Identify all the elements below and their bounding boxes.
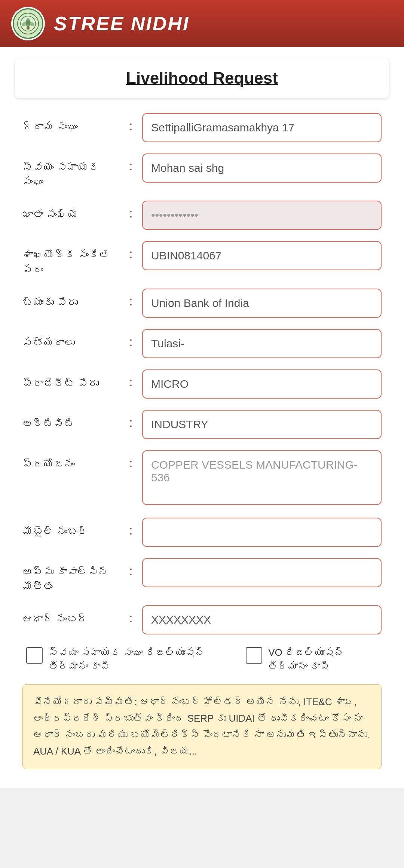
input-col-11: [142, 605, 382, 634]
input-bank-peru[interactable]: [142, 289, 382, 318]
input-col-3: [142, 241, 382, 270]
input-mobile-number[interactable]: [142, 518, 382, 547]
colon-3: :: [123, 241, 138, 261]
livelihood-form: గ్రామ సంఘం : స్వయం సహాయక సంఘం : ఖాతా సంఖ…: [15, 113, 389, 769]
app-header: STREE NIDHI: [0, 0, 404, 47]
page-title-box: Livelihood Request: [15, 58, 389, 98]
colon-2: :: [123, 201, 138, 220]
input-prayojanam[interactable]: COPPER VESSELS MANUFACTURING-536: [142, 450, 382, 505]
input-activity[interactable]: [142, 410, 382, 439]
input-sabhyaralu[interactable]: [142, 329, 382, 358]
input-appsu-kavalasina[interactable]: [142, 558, 382, 587]
input-col-1: [142, 153, 382, 183]
colon-10: :: [123, 558, 138, 578]
label-sakha-sanketa: శాఖయొక్క సంకేత పదం: [22, 241, 120, 277]
input-col-6: [142, 369, 382, 399]
form-row-prayojanam: ప్రయోజనం : COPPER VESSELS MANUFACTURING-…: [22, 450, 382, 506]
form-row-khata-sankhya: ఖాతా సంఖ్య :: [22, 201, 382, 230]
form-row-mobile-number: మొబైల్ నంబర్ :: [22, 518, 382, 547]
checkbox-label-1: స్వయం సహాయక సంఘం రిజల్యూషన్ తీర్మానం కాప…: [49, 646, 223, 673]
input-col-9: [142, 518, 382, 547]
input-aadhar-number[interactable]: [142, 605, 382, 634]
label-activity: అక్టివిటి: [22, 410, 120, 431]
form-row-sakha-sanketa: శాఖయొక్క సంకేత పదం :: [22, 241, 382, 277]
form-row-project-peru: ప్రాజెక్ట్ పేరు :: [22, 369, 382, 399]
colon-7: :: [123, 410, 138, 430]
form-row-swayam-sahayaka: స్వయం సహాయక సంఘం :: [22, 153, 382, 189]
checkbox-item-2: VO రిజల్యూషన్ తీర్మానం కాపీ: [246, 646, 378, 673]
input-project-peru[interactable]: [142, 369, 382, 399]
label-aadhar-number: ఆధార్ నంబర్: [22, 605, 120, 627]
input-col-2: [142, 201, 382, 230]
checkbox-section: స్వయం సహాయక సంఘం రిజల్యూషన్ తీర్మానం కాప…: [22, 646, 382, 673]
page-title: Livelihood Request: [30, 69, 374, 88]
checkbox-item-1: స్వయం సహాయక సంఘం రిజల్యూషన్ తీర్మానం కాప…: [26, 646, 223, 673]
form-row-aadhar-number: ఆధార్ నంబర్ :: [22, 605, 382, 634]
form-row-grama-samithi: గ్రామ సంఘం :: [22, 113, 382, 142]
checkbox-label-2: VO రిజల్యూషన్ తీర్మానం కాపీ: [268, 646, 378, 673]
checkbox-2[interactable]: [246, 647, 262, 664]
input-swayam-sahayaka[interactable]: [142, 153, 382, 183]
app-title: STREE NIDHI: [54, 12, 189, 35]
colon-11: :: [123, 605, 138, 625]
colon-0: :: [123, 113, 138, 133]
label-khata-sankhya: ఖాతా సంఖ్య: [22, 201, 120, 222]
label-bank-peru: బ్యాంకు పేరు: [22, 289, 120, 310]
colon-6: :: [123, 369, 138, 389]
label-swayam-sahayaka: స్వయం సహాయక సంఘం: [22, 153, 120, 189]
label-project-peru: ప్రాజెక్ట్ పేరు: [22, 369, 120, 391]
form-row-appsu-kavalasina: అప్పు కావాల్సిన మొత్తం :: [22, 558, 382, 594]
app-logo: [11, 7, 45, 40]
label-grama-samithi: గ్రామ సంఘం: [22, 113, 120, 134]
form-row-sabhyaralu: సభ్యరాలు :: [22, 329, 382, 358]
colon-5: :: [123, 329, 138, 349]
input-col-0: [142, 113, 382, 142]
colon-4: :: [123, 289, 138, 308]
checkbox-1[interactable]: [26, 647, 43, 664]
form-row-activity: అక్టివిటి :: [22, 410, 382, 439]
input-col-10: [142, 558, 382, 587]
label-appsu-kavalasina: అప్పు కావాల్సిన మొత్తం: [22, 558, 120, 594]
logo-emblem: [13, 8, 43, 39]
notice-text: వినియోగదారు సమ్మతి: ఆధార్ నంబర్ హోల్డర్ …: [33, 694, 371, 760]
label-mobile-number: మొబైల్ నంబర్: [22, 518, 120, 539]
label-sabhyaralu: సభ్యరాలు: [22, 329, 120, 350]
colon-9: :: [123, 518, 138, 537]
input-col-4: [142, 289, 382, 318]
svg-rect-6: [28, 24, 28, 29]
input-khata-sankhya[interactable]: [142, 201, 382, 230]
colon-8: :: [123, 450, 138, 470]
input-grama-samithi[interactable]: [142, 113, 382, 142]
label-prayojanam: ప్రయోజనం: [22, 450, 120, 472]
main-content: Livelihood Request గ్రామ సంఘం : స్వయం సహ…: [0, 47, 404, 788]
input-sakha-sanketa[interactable]: [142, 241, 382, 270]
input-col-7: [142, 410, 382, 439]
input-col-5: [142, 329, 382, 358]
notice-box: వినియోగదారు సమ్మతి: ఆధార్ నంబర్ హోల్డర్ …: [22, 684, 382, 769]
colon-1: :: [123, 153, 138, 173]
input-col-8: COPPER VESSELS MANUFACTURING-536: [142, 450, 382, 506]
form-row-bank-peru: బ్యాంకు పేరు :: [22, 289, 382, 318]
